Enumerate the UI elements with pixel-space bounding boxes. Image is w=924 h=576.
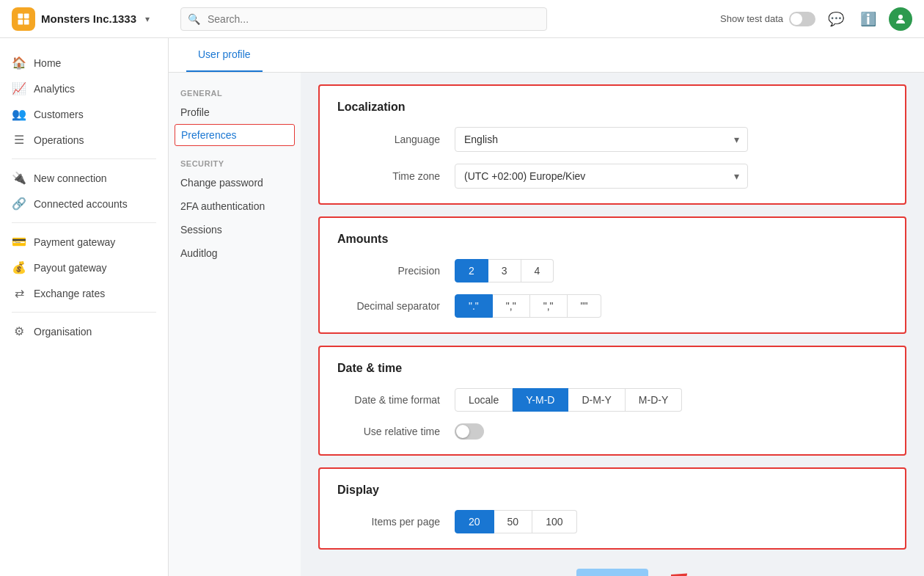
sidebar-label-customers: Customers — [34, 109, 84, 120]
subnav-item-profile[interactable]: Profile — [169, 101, 301, 124]
items-btn-50[interactable]: 50 — [494, 510, 533, 533]
tab-user-profile[interactable]: User profile — [186, 38, 263, 72]
precision-btn-3[interactable]: 3 — [488, 259, 521, 282]
sidebar-divider-1 — [12, 158, 156, 159]
search-bar: 🔍 — [180, 7, 547, 31]
sidebar-connections-section: 🔌 New connection 🔗 Connected accounts — [0, 165, 168, 216]
sidebar-item-home[interactable]: 🏠 Home — [0, 50, 168, 76]
save-area: Save — [318, 561, 906, 576]
save-button[interactable]: Save — [576, 569, 648, 576]
main-content: User profile GENERAL Profile Preferences… — [169, 38, 924, 576]
topbar-logo: Monsters Inc.1333 ▾ — [12, 7, 180, 31]
sidebar: 🏠 Home 📈 Analytics 👥 Customers ☰ Operati… — [0, 38, 169, 576]
decimal-btn-none[interactable]: "" — [568, 294, 602, 318]
sidebar-label-operations: Operations — [34, 134, 84, 146]
sidebar-item-customers[interactable]: 👥 Customers — [0, 101, 168, 127]
search-input[interactable] — [180, 7, 547, 31]
topbar: Monsters Inc.1333 ▾ 🔍 Show test data 💬 ℹ… — [0, 0, 924, 38]
search-icon: 🔍 — [188, 13, 200, 25]
subnav-item-change-password[interactable]: Change password — [169, 171, 301, 194]
timezone-row: Time zone (UTC +02:00) Europe/Kiev — [337, 164, 887, 189]
main-area: GENERAL Profile Preferences SECURITY Cha… — [169, 73, 924, 576]
analytics-icon: 📈 — [12, 81, 26, 95]
language-control: English — [455, 127, 748, 152]
items-btn-100[interactable]: 100 — [532, 510, 576, 533]
sidebar-label-exchange-rates: Exchange rates — [34, 288, 105, 299]
company-chevron-icon[interactable]: ▾ — [145, 14, 150, 24]
payout-gateway-icon: 💰 — [12, 260, 26, 274]
content-header: User profile — [169, 38, 924, 73]
datetime-format-control: Locale Y-M-D D-M-Y M-D-Y — [455, 388, 748, 412]
company-name: Monsters Inc.1333 — [41, 12, 136, 25]
sidebar-item-payout-gateway[interactable]: 💰 Payout gateway — [0, 255, 168, 280]
svg-rect-0 — [18, 13, 23, 18]
decimal-separator-control: "." "," "," "" — [455, 294, 748, 318]
localization-section: Localization Language English Time — [318, 84, 906, 205]
subnav-general-title: GENERAL — [169, 84, 301, 101]
decimal-btn-dot[interactable]: "." — [455, 294, 493, 318]
layout: 🏠 Home 📈 Analytics 👥 Customers ☰ Operati… — [0, 38, 924, 576]
show-test-data-toggle[interactable] — [789, 12, 815, 26]
show-test-data-label: Show test data — [720, 13, 783, 24]
decimal-btn-comma-dot[interactable]: "," — [530, 294, 568, 318]
subnav-item-sessions[interactable]: Sessions — [169, 218, 301, 241]
sidebar-item-analytics[interactable]: 📈 Analytics — [0, 76, 168, 101]
sidebar-label-home: Home — [34, 57, 61, 69]
language-row: Language English — [337, 127, 887, 152]
svg-rect-2 — [18, 19, 23, 24]
subnav-item-preferences[interactable]: Preferences — [175, 124, 295, 146]
precision-row: Precision 2 3 4 — [337, 259, 887, 282]
sidebar-item-connected-accounts[interactable]: 🔗 Connected accounts — [0, 191, 168, 216]
amounts-section: Amounts Precision 2 3 4 Decimal separat — [318, 216, 906, 334]
datetime-section: Date & time Date & time format Locale Y-… — [318, 346, 906, 456]
info-icon[interactable]: ℹ️ — [857, 7, 880, 31]
precision-btn-2[interactable]: 2 — [455, 259, 488, 282]
timezone-control: (UTC +02:00) Europe/Kiev — [455, 164, 748, 189]
home-icon: 🏠 — [12, 56, 26, 70]
sidebar-item-exchange-rates[interactable]: ⇄ Exchange rates — [0, 280, 168, 306]
exchange-rates-icon: ⇄ — [12, 286, 26, 300]
format-btn-locale[interactable]: Locale — [455, 388, 513, 412]
sidebar-label-analytics: Analytics — [34, 83, 75, 95]
precision-btn-4[interactable]: 4 — [521, 259, 554, 282]
decimal-btn-comma[interactable]: "," — [493, 294, 530, 318]
sidebar-item-new-connection[interactable]: 🔌 New connection — [0, 165, 168, 191]
sections-area: Localization Language English Time — [301, 73, 924, 576]
relative-time-toggle-knob — [456, 425, 469, 438]
sidebar-item-operations[interactable]: ☰ Operations — [0, 127, 168, 153]
timezone-label: Time zone — [337, 170, 455, 182]
arrow-annotation — [671, 569, 759, 576]
format-btn-mdy[interactable]: M-D-Y — [626, 388, 682, 412]
subnav-item-2fa[interactable]: 2FA authentication — [169, 194, 301, 218]
precision-label: Precision — [337, 265, 455, 277]
items-btn-20[interactable]: 20 — [455, 510, 494, 533]
items-per-page-label: Items per page — [337, 516, 455, 528]
sidebar-label-organisation: Organisation — [34, 326, 92, 338]
relative-time-label: Use relative time — [337, 426, 455, 437]
chat-icon[interactable]: 💬 — [824, 7, 848, 31]
avatar[interactable] — [889, 7, 912, 31]
sidebar-gateway-section: 💳 Payment gateway 💰 Payout gateway ⇄ Exc… — [0, 229, 168, 306]
sidebar-divider-2 — [12, 222, 156, 223]
display-section: Display Items per page 20 50 100 — [318, 467, 906, 550]
connected-accounts-icon: 🔗 — [12, 197, 26, 211]
relative-time-toggle[interactable] — [455, 423, 484, 440]
sidebar-label-new-connection: New connection — [34, 172, 107, 184]
timezone-select[interactable]: (UTC +02:00) Europe/Kiev — [455, 164, 748, 189]
sidebar-label-payout-gateway: Payout gateway — [34, 262, 107, 274]
decimal-btn-group: "." "," "," "" — [455, 294, 748, 318]
datetime-title: Date & time — [337, 362, 887, 375]
sidebar-item-organisation[interactable]: ⚙ Organisation — [0, 318, 168, 344]
language-label: Language — [337, 134, 455, 145]
sidebar-divider-3 — [12, 312, 156, 313]
sidebar-item-payment-gateway[interactable]: 💳 Payment gateway — [0, 229, 168, 255]
relative-time-row: Use relative time — [337, 423, 887, 440]
precision-btn-group: 2 3 4 — [455, 259, 748, 282]
format-btn-ymd[interactable]: Y-M-D — [513, 388, 568, 412]
amounts-title: Amounts — [337, 233, 887, 246]
language-select[interactable]: English — [455, 127, 748, 152]
sidebar-label-payment-gateway: Payment gateway — [34, 236, 115, 248]
subnav-item-auditlog[interactable]: Auditlog — [169, 241, 301, 265]
format-btn-dmy[interactable]: D-M-Y — [568, 388, 625, 412]
subnav-security-title: SECURITY — [169, 155, 301, 171]
